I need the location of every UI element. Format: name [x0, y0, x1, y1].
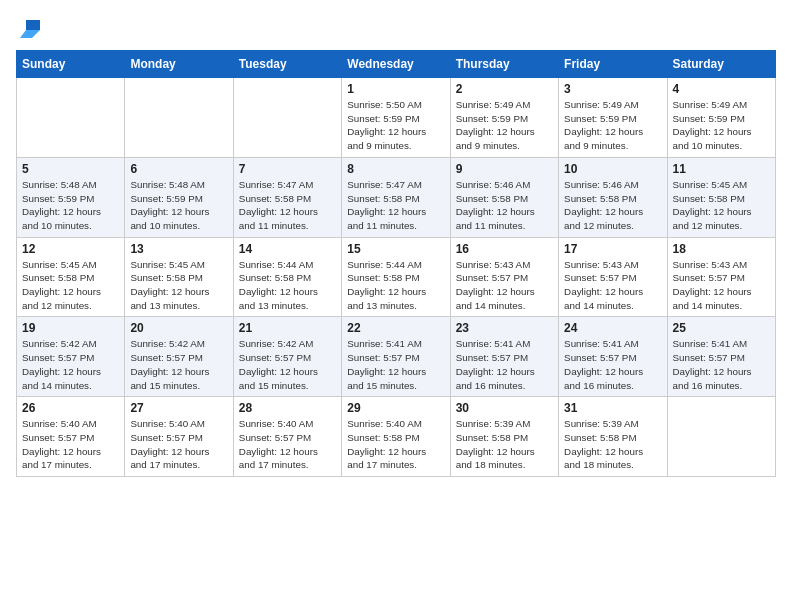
day-number: 16	[456, 242, 553, 256]
day-number: 18	[673, 242, 770, 256]
calendar-cell: 22Sunrise: 5:41 AMSunset: 5:57 PMDayligh…	[342, 317, 450, 397]
calendar-cell: 10Sunrise: 5:46 AMSunset: 5:58 PMDayligh…	[559, 157, 667, 237]
day-number: 8	[347, 162, 444, 176]
calendar-cell: 9Sunrise: 5:46 AMSunset: 5:58 PMDaylight…	[450, 157, 558, 237]
day-info: Sunrise: 5:49 AMSunset: 5:59 PMDaylight:…	[456, 98, 553, 153]
calendar-header-saturday: Saturday	[667, 51, 775, 78]
calendar-table: SundayMondayTuesdayWednesdayThursdayFrid…	[16, 50, 776, 477]
day-number: 20	[130, 321, 227, 335]
day-info: Sunrise: 5:41 AMSunset: 5:57 PMDaylight:…	[456, 337, 553, 392]
page-header	[16, 16, 776, 42]
day-number: 12	[22, 242, 119, 256]
day-info: Sunrise: 5:48 AMSunset: 5:59 PMDaylight:…	[130, 178, 227, 233]
day-number: 15	[347, 242, 444, 256]
calendar-cell: 28Sunrise: 5:40 AMSunset: 5:57 PMDayligh…	[233, 397, 341, 477]
day-number: 10	[564, 162, 661, 176]
calendar-cell: 19Sunrise: 5:42 AMSunset: 5:57 PMDayligh…	[17, 317, 125, 397]
calendar-header-row: SundayMondayTuesdayWednesdayThursdayFrid…	[17, 51, 776, 78]
calendar-cell: 11Sunrise: 5:45 AMSunset: 5:58 PMDayligh…	[667, 157, 775, 237]
day-info: Sunrise: 5:47 AMSunset: 5:58 PMDaylight:…	[347, 178, 444, 233]
day-info: Sunrise: 5:42 AMSunset: 5:57 PMDaylight:…	[239, 337, 336, 392]
day-info: Sunrise: 5:43 AMSunset: 5:57 PMDaylight:…	[673, 258, 770, 313]
day-number: 5	[22, 162, 119, 176]
calendar-cell: 23Sunrise: 5:41 AMSunset: 5:57 PMDayligh…	[450, 317, 558, 397]
calendar-cell: 12Sunrise: 5:45 AMSunset: 5:58 PMDayligh…	[17, 237, 125, 317]
day-info: Sunrise: 5:40 AMSunset: 5:58 PMDaylight:…	[347, 417, 444, 472]
day-number: 4	[673, 82, 770, 96]
calendar-cell: 2Sunrise: 5:49 AMSunset: 5:59 PMDaylight…	[450, 78, 558, 158]
calendar-cell: 5Sunrise: 5:48 AMSunset: 5:59 PMDaylight…	[17, 157, 125, 237]
calendar-cell	[125, 78, 233, 158]
day-info: Sunrise: 5:44 AMSunset: 5:58 PMDaylight:…	[347, 258, 444, 313]
calendar-cell: 31Sunrise: 5:39 AMSunset: 5:58 PMDayligh…	[559, 397, 667, 477]
day-info: Sunrise: 5:43 AMSunset: 5:57 PMDaylight:…	[456, 258, 553, 313]
day-info: Sunrise: 5:41 AMSunset: 5:57 PMDaylight:…	[673, 337, 770, 392]
calendar-cell: 20Sunrise: 5:42 AMSunset: 5:57 PMDayligh…	[125, 317, 233, 397]
calendar-header-thursday: Thursday	[450, 51, 558, 78]
calendar-cell: 16Sunrise: 5:43 AMSunset: 5:57 PMDayligh…	[450, 237, 558, 317]
calendar-week-2: 5Sunrise: 5:48 AMSunset: 5:59 PMDaylight…	[17, 157, 776, 237]
day-info: Sunrise: 5:42 AMSunset: 5:57 PMDaylight:…	[22, 337, 119, 392]
calendar-cell	[233, 78, 341, 158]
day-info: Sunrise: 5:50 AMSunset: 5:59 PMDaylight:…	[347, 98, 444, 153]
day-number: 30	[456, 401, 553, 415]
day-info: Sunrise: 5:42 AMSunset: 5:57 PMDaylight:…	[130, 337, 227, 392]
calendar-cell: 21Sunrise: 5:42 AMSunset: 5:57 PMDayligh…	[233, 317, 341, 397]
day-info: Sunrise: 5:40 AMSunset: 5:57 PMDaylight:…	[130, 417, 227, 472]
calendar-week-5: 26Sunrise: 5:40 AMSunset: 5:57 PMDayligh…	[17, 397, 776, 477]
day-number: 29	[347, 401, 444, 415]
day-number: 21	[239, 321, 336, 335]
day-number: 26	[22, 401, 119, 415]
svg-marker-0	[26, 20, 40, 30]
calendar-body: 1Sunrise: 5:50 AMSunset: 5:59 PMDaylight…	[17, 78, 776, 477]
calendar-cell: 29Sunrise: 5:40 AMSunset: 5:58 PMDayligh…	[342, 397, 450, 477]
day-info: Sunrise: 5:44 AMSunset: 5:58 PMDaylight:…	[239, 258, 336, 313]
day-info: Sunrise: 5:49 AMSunset: 5:59 PMDaylight:…	[564, 98, 661, 153]
day-number: 11	[673, 162, 770, 176]
day-number: 2	[456, 82, 553, 96]
calendar-header-monday: Monday	[125, 51, 233, 78]
calendar-cell: 30Sunrise: 5:39 AMSunset: 5:58 PMDayligh…	[450, 397, 558, 477]
day-number: 17	[564, 242, 661, 256]
day-info: Sunrise: 5:48 AMSunset: 5:59 PMDaylight:…	[22, 178, 119, 233]
calendar-week-1: 1Sunrise: 5:50 AMSunset: 5:59 PMDaylight…	[17, 78, 776, 158]
calendar-cell	[667, 397, 775, 477]
logo-icon	[18, 16, 40, 38]
calendar-cell: 26Sunrise: 5:40 AMSunset: 5:57 PMDayligh…	[17, 397, 125, 477]
calendar-cell: 17Sunrise: 5:43 AMSunset: 5:57 PMDayligh…	[559, 237, 667, 317]
logo	[16, 16, 40, 42]
day-info: Sunrise: 5:40 AMSunset: 5:57 PMDaylight:…	[22, 417, 119, 472]
day-number: 19	[22, 321, 119, 335]
day-number: 1	[347, 82, 444, 96]
calendar-cell: 4Sunrise: 5:49 AMSunset: 5:59 PMDaylight…	[667, 78, 775, 158]
calendar-header-tuesday: Tuesday	[233, 51, 341, 78]
calendar-cell: 7Sunrise: 5:47 AMSunset: 5:58 PMDaylight…	[233, 157, 341, 237]
calendar-week-3: 12Sunrise: 5:45 AMSunset: 5:58 PMDayligh…	[17, 237, 776, 317]
day-number: 22	[347, 321, 444, 335]
calendar-cell	[17, 78, 125, 158]
calendar-week-4: 19Sunrise: 5:42 AMSunset: 5:57 PMDayligh…	[17, 317, 776, 397]
day-info: Sunrise: 5:41 AMSunset: 5:57 PMDaylight:…	[564, 337, 661, 392]
day-info: Sunrise: 5:46 AMSunset: 5:58 PMDaylight:…	[564, 178, 661, 233]
day-number: 3	[564, 82, 661, 96]
day-info: Sunrise: 5:43 AMSunset: 5:57 PMDaylight:…	[564, 258, 661, 313]
day-info: Sunrise: 5:45 AMSunset: 5:58 PMDaylight:…	[673, 178, 770, 233]
calendar-cell: 3Sunrise: 5:49 AMSunset: 5:59 PMDaylight…	[559, 78, 667, 158]
calendar-cell: 15Sunrise: 5:44 AMSunset: 5:58 PMDayligh…	[342, 237, 450, 317]
day-info: Sunrise: 5:41 AMSunset: 5:57 PMDaylight:…	[347, 337, 444, 392]
calendar-cell: 13Sunrise: 5:45 AMSunset: 5:58 PMDayligh…	[125, 237, 233, 317]
calendar-cell: 24Sunrise: 5:41 AMSunset: 5:57 PMDayligh…	[559, 317, 667, 397]
day-info: Sunrise: 5:47 AMSunset: 5:58 PMDaylight:…	[239, 178, 336, 233]
day-number: 6	[130, 162, 227, 176]
day-info: Sunrise: 5:46 AMSunset: 5:58 PMDaylight:…	[456, 178, 553, 233]
day-number: 28	[239, 401, 336, 415]
day-info: Sunrise: 5:39 AMSunset: 5:58 PMDaylight:…	[456, 417, 553, 472]
calendar-header-friday: Friday	[559, 51, 667, 78]
day-number: 13	[130, 242, 227, 256]
calendar-header-sunday: Sunday	[17, 51, 125, 78]
calendar-cell: 27Sunrise: 5:40 AMSunset: 5:57 PMDayligh…	[125, 397, 233, 477]
day-info: Sunrise: 5:45 AMSunset: 5:58 PMDaylight:…	[130, 258, 227, 313]
day-number: 24	[564, 321, 661, 335]
calendar-cell: 14Sunrise: 5:44 AMSunset: 5:58 PMDayligh…	[233, 237, 341, 317]
day-number: 14	[239, 242, 336, 256]
